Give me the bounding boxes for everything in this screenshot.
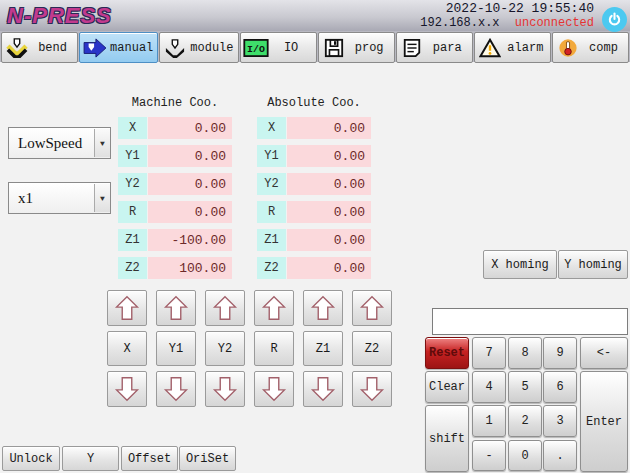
- backspace-key[interactable]: <-: [580, 337, 628, 369]
- keypad-key-9[interactable]: 9: [543, 337, 577, 369]
- jog-up-button-r[interactable]: [254, 290, 294, 326]
- tab-io[interactable]: I/O IO: [240, 32, 317, 63]
- absolute-axis-value: 0.00: [287, 173, 371, 195]
- absolute-axis-label: Z1: [257, 229, 286, 251]
- arrow-up-icon: [163, 295, 189, 321]
- y-homing-button[interactable]: Y homing: [558, 250, 628, 279]
- main-toolbar: bend manual module: [0, 31, 630, 62]
- unlock-button[interactable]: Unlock: [2, 446, 60, 471]
- jog-axis-button-y1[interactable]: Y1: [156, 331, 196, 366]
- thermometer-icon: [553, 38, 583, 58]
- arrow-down-icon: [163, 376, 189, 402]
- offset-button[interactable]: Offset: [121, 446, 178, 471]
- chevron-down-icon: ▼: [94, 129, 110, 157]
- machine-axis-value: 0.00: [148, 145, 232, 167]
- tab-bend-label: bend: [32, 41, 77, 55]
- jog-down-button-z2[interactable]: [352, 371, 392, 407]
- machine-axis-label: Y1: [118, 145, 147, 167]
- jog-axis-button-y2[interactable]: Y2: [205, 331, 245, 366]
- keypad-key-.[interactable]: .: [543, 440, 577, 471]
- svg-text:I/O: I/O: [247, 43, 265, 54]
- jog-axis-button-z2[interactable]: Z2: [352, 331, 392, 366]
- network-status-line: 192.168.x.x unconnected: [420, 16, 594, 30]
- machine-axis-value: 0.00: [148, 201, 232, 223]
- jog-down-button-x[interactable]: [107, 371, 147, 407]
- power-icon: [607, 12, 622, 27]
- chevron-down-icon: ▼: [94, 184, 110, 212]
- machine-axis-value: 0.00: [148, 117, 232, 139]
- machine-axis-label: Y2: [118, 173, 147, 195]
- arrow-down-icon: [261, 376, 287, 402]
- tab-prog-label: prog: [349, 41, 394, 55]
- bend-die-icon: [2, 38, 32, 58]
- tab-alarm[interactable]: alarm: [474, 32, 551, 63]
- absolute-axis-value: 0.00: [287, 117, 371, 139]
- absolute-axis-value: 0.00: [287, 229, 371, 251]
- power-button[interactable]: [602, 7, 627, 32]
- keypad-key-0[interactable]: 0: [508, 440, 542, 471]
- arrow-down-icon: [310, 376, 336, 402]
- tab-comp-label: comp: [583, 41, 628, 55]
- app-logo: N-PRESS: [7, 3, 112, 29]
- absolute-axis-label: Z2: [257, 257, 286, 279]
- module-die-icon: [160, 38, 190, 58]
- arrow-down-icon: [114, 376, 140, 402]
- tab-bend[interactable]: bend: [1, 32, 78, 63]
- jog-up-button-y2[interactable]: [205, 290, 245, 326]
- keypad-key--[interactable]: -: [472, 440, 506, 471]
- oriset-button[interactable]: OriSet: [179, 446, 236, 471]
- tab-para-label: para: [427, 41, 472, 55]
- keypad-key-7[interactable]: 7: [472, 337, 506, 369]
- step-select[interactable]: x1 ▼: [8, 182, 111, 214]
- x-homing-button[interactable]: X homing: [483, 250, 557, 279]
- speed-select[interactable]: LowSpeed ▼: [8, 127, 111, 159]
- arrow-up-icon: [359, 295, 385, 321]
- machine-coo-title: Machine Coo.: [118, 96, 232, 110]
- keypad-key-5[interactable]: 5: [508, 371, 542, 403]
- jog-axis-button-r[interactable]: R: [254, 331, 294, 366]
- keypad-key-1[interactable]: 1: [472, 405, 506, 437]
- tab-module[interactable]: module: [159, 32, 238, 63]
- y-button[interactable]: Y: [62, 446, 119, 471]
- tab-manual[interactable]: manual: [79, 32, 158, 63]
- npress-hmi-screen: N-PRESS 2022-10-22 19:55:40 192.168.x.x …: [0, 0, 630, 473]
- document-icon: [397, 38, 427, 58]
- jog-up-button-z2[interactable]: [352, 290, 392, 326]
- tab-manual-label: manual: [110, 41, 157, 55]
- shift-key[interactable]: shift: [425, 405, 469, 472]
- clear-key[interactable]: Clear: [425, 371, 469, 403]
- jog-up-button-z1[interactable]: [303, 290, 343, 326]
- jog-axis-button-z1[interactable]: Z1: [303, 331, 343, 366]
- ip-address: 192.168.x.x: [420, 16, 499, 30]
- arrow-up-icon: [261, 295, 287, 321]
- jog-down-button-y1[interactable]: [156, 371, 196, 407]
- absolute-axis-value: 0.00: [287, 145, 371, 167]
- connection-status: unconnected: [515, 16, 594, 30]
- reset-key[interactable]: Reset: [425, 337, 469, 369]
- tab-comp[interactable]: comp: [552, 32, 629, 63]
- keypad-key-3[interactable]: 3: [543, 405, 577, 437]
- keypad-key-8[interactable]: 8: [508, 337, 542, 369]
- numeric-entry-field[interactable]: [432, 308, 628, 335]
- datetime-display: 2022-10-22 19:55:40: [446, 1, 594, 16]
- machine-axis-value: 0.00: [148, 173, 232, 195]
- machine-axis-value: -100.00: [148, 229, 232, 251]
- keypad-key-6[interactable]: 6: [543, 371, 577, 403]
- jog-axis-button-x[interactable]: X: [107, 331, 147, 366]
- jog-down-button-z1[interactable]: [303, 371, 343, 407]
- jog-down-button-y2[interactable]: [205, 371, 245, 407]
- floppy-disk-icon: [319, 38, 349, 58]
- keypad-key-2[interactable]: 2: [508, 405, 542, 437]
- arrow-down-icon: [359, 376, 385, 402]
- tab-para[interactable]: para: [396, 32, 473, 63]
- enter-key[interactable]: Enter: [580, 371, 628, 472]
- manual-hand-icon: [80, 38, 110, 58]
- jog-up-button-y1[interactable]: [156, 290, 196, 326]
- tab-module-label: module: [190, 41, 237, 55]
- speed-select-value: LowSpeed: [9, 135, 94, 152]
- warning-triangle-icon: [475, 38, 505, 58]
- tab-prog[interactable]: prog: [318, 32, 395, 63]
- jog-up-button-x[interactable]: [107, 290, 147, 326]
- keypad-key-4[interactable]: 4: [472, 371, 506, 403]
- jog-down-button-r[interactable]: [254, 371, 294, 407]
